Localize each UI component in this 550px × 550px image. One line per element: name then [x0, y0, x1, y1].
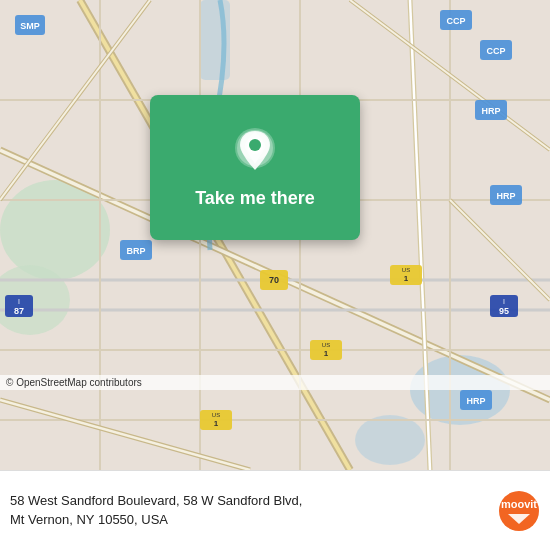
svg-text:HRP: HRP	[466, 396, 485, 406]
address-text: 58 West Sandford Boulevard, 58 W Sandfor…	[10, 492, 488, 528]
attribution-bar: © OpenStreetMap contributors	[0, 375, 550, 390]
take-me-there-label: Take me there	[195, 188, 315, 209]
svg-text:US: US	[402, 267, 410, 273]
svg-text:I: I	[503, 298, 505, 305]
svg-text:70: 70	[269, 275, 279, 285]
address-line1: 58 West Sandford Boulevard, 58 W Sandfor…	[10, 493, 302, 508]
svg-text:SMP: SMP	[20, 21, 40, 31]
svg-text:CCP: CCP	[486, 46, 505, 56]
svg-text:HRP: HRP	[481, 106, 500, 116]
svg-text:95: 95	[499, 306, 509, 316]
map-container: SMP CCP CCP HRP HRP HRP BRP I 87 US 1 US…	[0, 0, 550, 470]
svg-point-65	[249, 139, 261, 151]
svg-text:1: 1	[214, 419, 219, 428]
svg-text:US: US	[212, 412, 220, 418]
take-me-there-button[interactable]: Take me there	[150, 95, 360, 240]
bottom-bar: 58 West Sandford Boulevard, 58 W Sandfor…	[0, 470, 550, 550]
moovit-icon: moovit	[498, 490, 540, 532]
svg-text:1: 1	[324, 349, 329, 358]
svg-text:1: 1	[404, 274, 409, 283]
attribution-text: © OpenStreetMap contributors	[6, 377, 142, 388]
svg-text:87: 87	[14, 306, 24, 316]
svg-point-4	[355, 415, 425, 465]
svg-text:HRP: HRP	[496, 191, 515, 201]
svg-text:I: I	[18, 298, 20, 305]
address-line2: Mt Vernon, NY 10550, USA	[10, 512, 168, 527]
svg-text:CCP: CCP	[446, 16, 465, 26]
address-block: 58 West Sandford Boulevard, 58 W Sandfor…	[10, 492, 488, 528]
svg-point-66	[499, 491, 539, 531]
moovit-logo: moovit	[498, 490, 540, 532]
location-pin-icon	[233, 126, 277, 180]
svg-text:moovit: moovit	[501, 498, 537, 510]
svg-text:US: US	[322, 342, 330, 348]
svg-text:BRP: BRP	[126, 246, 145, 256]
